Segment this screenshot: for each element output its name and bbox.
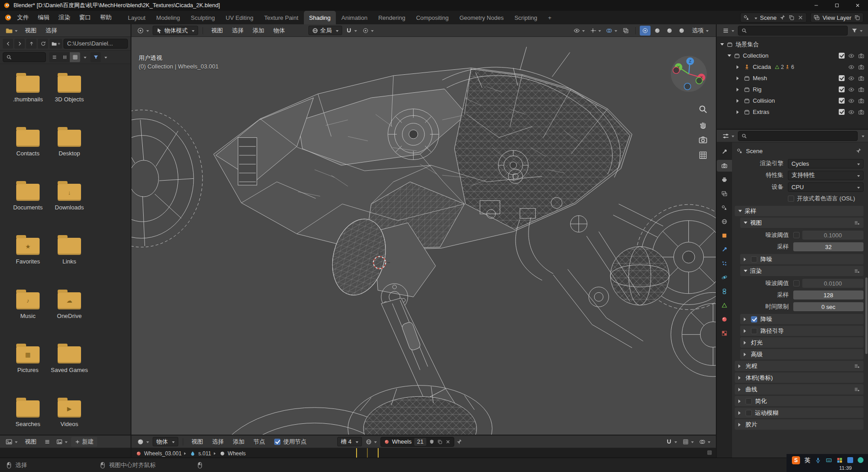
node-overlay-options[interactable] — [697, 437, 712, 447]
disable-render-icon[interactable] — [858, 64, 864, 70]
new-material-icon[interactable] — [437, 439, 443, 445]
preset-icon[interactable] — [854, 363, 860, 369]
disable-render-icon[interactable] — [858, 86, 864, 93]
volumes-panel-header[interactable]: 体积(卷标) — [735, 372, 863, 383]
folder-item[interactable]: .thumbnails — [7, 76, 49, 110]
material-name-field[interactable]: Wheels 21 — [380, 437, 454, 447]
outliner-search-input[interactable] — [738, 26, 848, 36]
xray-toggle[interactable] — [620, 26, 631, 36]
disable-render-icon[interactable] — [858, 109, 864, 115]
unlink-material-icon[interactable] — [445, 439, 451, 445]
collection-row-rig[interactable]: Rig — [717, 84, 868, 95]
viewport-options-menu[interactable]: 选项 — [688, 27, 712, 35]
editor-type-button[interactable] — [135, 26, 151, 36]
fake-user-shield-icon[interactable] — [429, 439, 434, 445]
tab-modifiers[interactable] — [717, 244, 732, 255]
hide-viewport-icon[interactable] — [848, 109, 854, 115]
overlays-toggle[interactable] — [604, 26, 619, 36]
menu-window[interactable]: 窗口 — [75, 11, 95, 24]
menu-help[interactable]: 帮助 — [95, 11, 116, 24]
proportional-edit-toggle[interactable] — [361, 26, 375, 36]
refresh-button[interactable] — [38, 39, 48, 49]
viewport-canvas[interactable]: 用户透视 (0) Collection | Wheels_03.001 Z X … — [131, 37, 716, 435]
breadcrumb-object[interactable]: Wheels_03.001 — [144, 450, 181, 457]
curves-panel-header[interactable]: 曲线 — [735, 384, 863, 395]
path-guiding-panel-header[interactable]: 路径引导 — [740, 326, 863, 336]
workspace-tab-compositing[interactable]: Compositing — [411, 11, 454, 24]
taskbar-clock[interactable]: 11:39 — [839, 465, 863, 472]
menu-render[interactable]: 渲染 — [54, 11, 75, 24]
transform-orientation-dropdown[interactable]: 全局 — [308, 26, 342, 35]
tray-app-icon-blue[interactable] — [847, 457, 853, 463]
tab-output[interactable] — [717, 174, 732, 186]
shader-menu-node[interactable]: 节点 — [250, 436, 269, 448]
tab-object[interactable] — [717, 230, 732, 241]
noise-threshold-checkbox[interactable] — [793, 232, 800, 238]
snap-node-toggle[interactable] — [664, 437, 679, 447]
pin-icon[interactable] — [779, 14, 786, 21]
collection-checkbox[interactable] — [839, 75, 845, 81]
preset-icon[interactable] — [854, 386, 860, 393]
workspace-tab-sculpting[interactable]: Sculpting — [185, 11, 220, 24]
pin-icon[interactable] — [456, 439, 462, 445]
display-list-vertical-button[interactable] — [49, 52, 59, 62]
motion-blur-checkbox[interactable] — [746, 410, 752, 416]
gizmos-toggle[interactable] — [588, 26, 603, 36]
editor-type-button[interactable] — [720, 131, 736, 141]
viewport-menu-view[interactable]: 视图 — [208, 24, 226, 36]
simplify-checkbox[interactable] — [746, 398, 752, 404]
workspace-tab-animation[interactable]: Animation — [336, 11, 373, 24]
image-editor-canvas[interactable] — [0, 448, 131, 458]
pan-tool-icon[interactable] — [698, 120, 708, 129]
zoom-tool-icon[interactable] — [698, 104, 708, 114]
file-menu-view[interactable]: 视图 — [21, 24, 40, 36]
mode-dropdown[interactable]: 物体模式 — [153, 26, 198, 35]
new-folder-button[interactable] — [50, 39, 62, 49]
display-thumbnails-button[interactable] — [70, 52, 80, 62]
collection-row-mesh[interactable]: Mesh — [717, 73, 868, 84]
forward-button[interactable] — [14, 39, 25, 49]
viewport-denoise-panel-header[interactable]: 降噪 — [740, 254, 863, 264]
display-size-chevron[interactable] — [84, 57, 86, 60]
filter-toggle-button[interactable] — [90, 52, 101, 62]
camera-view-icon[interactable] — [698, 135, 708, 145]
keyboard-tray-icon[interactable] — [826, 457, 832, 463]
disable-render-icon[interactable] — [858, 53, 864, 59]
properties-search-input[interactable] — [738, 131, 858, 141]
microphone-tray-icon[interactable] — [815, 457, 821, 463]
collection-checkbox[interactable] — [839, 86, 845, 92]
folder-item[interactable]: Desktop — [49, 130, 90, 164]
folder-item[interactable]: Saved Games — [49, 346, 90, 381]
folder-item[interactable]: ▶Videos — [49, 400, 90, 435]
path-field[interactable]: C:\Users\Daniel... — [63, 39, 128, 49]
light-paths-panel-header[interactable]: 光程 — [735, 361, 863, 371]
sampling-panel-header[interactable]: 采样 — [735, 206, 863, 216]
workspace-tab-shading[interactable]: Shading — [304, 11, 336, 24]
new-scene-icon[interactable] — [788, 14, 795, 21]
breadcrumb-slot[interactable]: s.011 — [198, 450, 211, 457]
hide-viewport-icon[interactable] — [848, 98, 854, 104]
noise-threshold-checkbox[interactable] — [793, 280, 800, 286]
tab-world[interactable] — [717, 216, 732, 227]
sampling-render-panel-header[interactable]: 渲染 — [740, 266, 863, 276]
view-layer-selector[interactable]: View Layer — [810, 13, 863, 23]
new-view-layer-icon[interactable] — [854, 14, 860, 21]
shader-node-canvas[interactable]: Wheels_03.001 s.011 Wheels — [131, 448, 716, 458]
ortho-toggle-icon[interactable] — [698, 150, 708, 160]
path-guiding-checkbox[interactable] — [751, 328, 757, 334]
tab-physics[interactable] — [717, 272, 732, 283]
material-slot-dropdown[interactable]: 槽 4 — [337, 437, 362, 446]
sampling-viewport-panel-header[interactable]: 视图 — [740, 218, 863, 228]
viewport-denoise-checkbox[interactable] — [751, 256, 757, 263]
display-list-horizontal-button[interactable] — [59, 52, 70, 62]
material-users-count[interactable]: 21 — [414, 438, 426, 446]
workspace-tab-scripting[interactable]: Scripting — [509, 11, 543, 24]
collection-row-extras[interactable]: Extras — [717, 106, 868, 118]
object-visibility-dropdown[interactable] — [572, 26, 587, 36]
hide-viewport-icon[interactable] — [848, 64, 854, 70]
shader-type-dropdown[interactable]: 物体 — [153, 437, 178, 446]
folder-item[interactable]: ★Favorites — [7, 238, 49, 272]
menu-file[interactable]: 文件 — [13, 11, 33, 24]
app-grid-tray-icon[interactable] — [836, 457, 843, 463]
menu-edit[interactable]: 编辑 — [33, 11, 54, 24]
